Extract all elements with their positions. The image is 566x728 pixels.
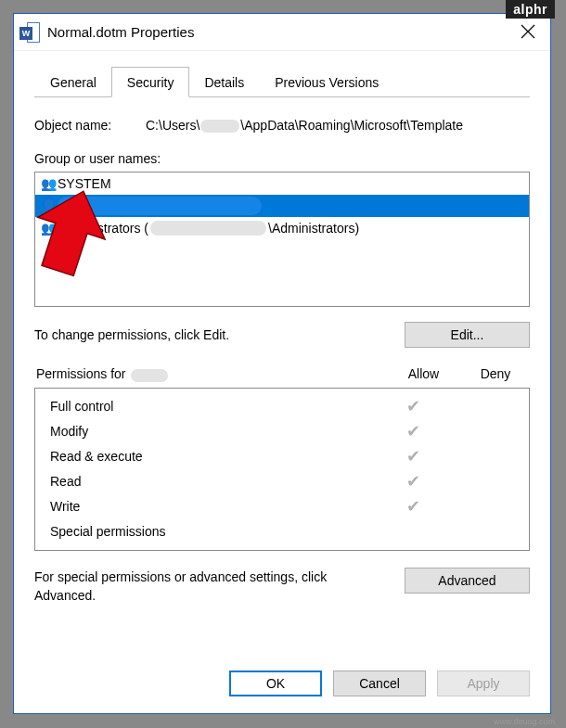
properties-dialog: W Normal.dotm Properties General Securit… xyxy=(13,13,551,714)
user-icon: 👤 xyxy=(39,198,58,213)
dialog-buttons: OK Cancel Apply xyxy=(14,659,550,713)
cancel-button[interactable]: Cancel xyxy=(333,671,426,696)
edit-row: To change permissions, click Edit. Edit.… xyxy=(34,322,530,348)
object-name-label: Object name: xyxy=(34,118,146,133)
edit-hint: To change permissions, click Edit. xyxy=(34,327,405,342)
close-icon xyxy=(521,24,535,39)
list-item-administrators[interactable]: 👥 Administrators (\Administrators) xyxy=(35,217,529,239)
redacted-machine-name xyxy=(150,221,266,236)
check-icon: ✔ xyxy=(374,471,453,492)
word-doc-icon: W xyxy=(19,22,40,43)
attribution-text: www.deuag.com xyxy=(494,717,555,726)
close-button[interactable] xyxy=(513,17,543,48)
object-name-row: Object name: C:\Users\\AppData\Roaming\M… xyxy=(34,118,530,133)
perm-row: Full control ✔ xyxy=(46,394,518,419)
ok-button[interactable]: OK xyxy=(229,671,322,696)
tab-general[interactable]: General xyxy=(34,67,112,97)
check-icon: ✔ xyxy=(374,396,453,416)
content-area: General Security Details Previous Versio… xyxy=(14,51,550,659)
perm-name: Read xyxy=(46,474,374,489)
object-path: C:\Users\\AppData\Roaming\Microsoft\Temp… xyxy=(146,118,530,133)
perm-row: Modify ✔ xyxy=(46,419,518,444)
users-icon: 👥 xyxy=(39,221,58,236)
perm-name: Write xyxy=(46,499,374,514)
check-icon: ✔ xyxy=(374,421,453,441)
admins-suffix: \Administrators) xyxy=(268,221,359,236)
list-item-system[interactable]: 👥 SYSTEM xyxy=(35,172,529,195)
deny-header: Deny xyxy=(463,366,528,381)
advanced-button[interactable]: Advanced xyxy=(405,568,530,594)
list-item-current-user[interactable]: 👤 xyxy=(35,195,529,217)
allow-header: Allow xyxy=(384,366,463,381)
advanced-row: For special permissions or advanced sett… xyxy=(34,568,530,606)
apply-button[interactable]: Apply xyxy=(437,671,530,696)
check-icon: ✔ xyxy=(374,496,453,517)
perm-name: Special permissions xyxy=(46,524,374,539)
edit-button[interactable]: Edit... xyxy=(405,322,530,348)
redacted-username xyxy=(200,120,239,133)
perm-row: Special permissions xyxy=(46,519,518,544)
redacted-perm-user xyxy=(131,369,168,382)
users-icon: 👥 xyxy=(39,176,58,191)
security-tab-body: Object name: C:\Users\\AppData\Roaming\M… xyxy=(34,97,530,605)
permissions-for-label: Permissions for xyxy=(36,366,384,381)
tab-previous-versions[interactable]: Previous Versions xyxy=(259,67,394,97)
alphr-watermark: alphr xyxy=(506,0,555,19)
group-user-label: Group or user names: xyxy=(34,151,530,166)
tab-details[interactable]: Details xyxy=(188,67,260,97)
check-icon: ✔ xyxy=(374,446,453,466)
window-title: Normal.dotm Properties xyxy=(47,24,513,40)
permissions-header: Permissions for Allow Deny xyxy=(34,366,530,387)
perm-row: Read & execute ✔ xyxy=(46,444,518,469)
redacted-selected-user xyxy=(58,197,262,215)
permissions-list: Full control ✔ Modify ✔ Read & execute ✔… xyxy=(34,388,530,551)
perm-name: Modify xyxy=(46,424,374,439)
perm-name: Full control xyxy=(46,399,374,414)
tab-security[interactable]: Security xyxy=(111,67,190,97)
user-listbox[interactable]: 👥 SYSTEM 👤 👥 Administrators (\Administra… xyxy=(34,172,530,307)
perm-row: Write ✔ xyxy=(46,494,518,519)
path-prefix: C:\Users\ xyxy=(146,118,199,133)
path-suffix: \AppData\Roaming\Microsoft\Template xyxy=(240,118,463,133)
perm-row: Read ✔ xyxy=(46,469,518,494)
tab-strip: General Security Details Previous Versio… xyxy=(34,66,530,97)
title-bar: W Normal.dotm Properties xyxy=(14,14,550,51)
perm-name: Read & execute xyxy=(46,449,374,464)
admins-prefix: Administrators ( xyxy=(58,221,148,236)
advanced-hint: For special permissions or advanced sett… xyxy=(34,568,405,606)
list-label-system: SYSTEM xyxy=(58,176,111,191)
